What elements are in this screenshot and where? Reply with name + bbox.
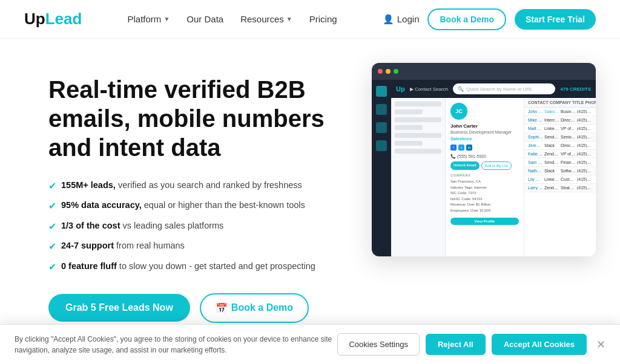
th-contact: CONTACT — [528, 100, 549, 105]
sidebar-icon — [376, 140, 387, 151]
hero-left: Real-time verified B2B emails, mobile nu… — [48, 69, 339, 354]
td-contact: Katie Cox — [528, 152, 543, 156]
cookie-text: By clicking "Accept All Cookies", you ag… — [15, 334, 337, 356]
td-title: Business Develo... — [561, 109, 576, 114]
twitter-icon: t — [458, 145, 464, 151]
td-phone: (415) 947-5549 — [577, 186, 592, 190]
nav-our-data[interactable]: Our Data — [186, 14, 223, 24]
close-cookie-button[interactable]: ✕ — [596, 339, 605, 350]
view-profile-button[interactable]: View Profile — [450, 218, 519, 225]
td-company: Intercom — [544, 118, 559, 122]
nav-right: 👤 Login Book a Demo Start Free Trial — [383, 8, 596, 30]
dashboard-container: Up ▶ Contact Search 🔍 Quick Search by Na… — [372, 63, 596, 256]
dash-content: JC John Carter Business Development Mana… — [391, 98, 596, 256]
nav-links: Platform ▼ Our Data Resources ▼ Pricing — [128, 14, 337, 24]
td-phone: (415) 837-8449 — [577, 160, 592, 164]
th-title: TITLE — [572, 100, 584, 105]
th-company: COMPANY — [550, 100, 571, 105]
avatar: JC — [450, 103, 467, 120]
filter-row — [395, 117, 441, 122]
list-item: ✔ 155M+ leads, verified as you search an… — [48, 179, 339, 193]
company-details: San Francisco, CA Industry Tags: Interne… — [450, 179, 519, 214]
cookies-settings-button[interactable]: Cookies Settings — [337, 333, 420, 356]
check-icon: ✔ — [48, 240, 56, 253]
list-item: ✔ 95% data accuracy, equal or higher tha… — [48, 199, 339, 213]
filter-row — [395, 133, 441, 138]
nav-pricing[interactable]: Pricing — [309, 14, 337, 24]
td-title: Software Enginee... — [561, 169, 576, 173]
add-to-list-button[interactable]: Add to My List — [481, 161, 512, 170]
filter-panel — [391, 98, 446, 256]
nav-resources[interactable]: Resources ▼ — [240, 14, 292, 24]
th-phone: PHONE — [585, 100, 596, 105]
td-contact: John Carter — [528, 109, 543, 114]
td-phone: (415) 529-7113 — [577, 118, 592, 122]
td-contact: Jeremy Matthews — [528, 143, 543, 148]
table-row: Sophia Moore SendGrid Senior Project Ma.… — [524, 133, 596, 141]
dash-topbar: Up ▶ Contact Search 🔍 Quick Search by Na… — [391, 80, 596, 98]
contact-actions: Unlock Email Add to My List — [450, 161, 519, 170]
contact-name: John Carter — [450, 123, 519, 129]
table-row: John Carter Salesforce Business Develo..… — [524, 108, 596, 116]
td-phone: (415) 869-4043 — [577, 177, 592, 181]
unlock-email-button[interactable]: Unlock Email — [450, 161, 480, 170]
reject-all-button[interactable]: Reject All — [426, 334, 486, 355]
list-item: ✔ 24-7 support from real humans — [48, 239, 339, 253]
book-demo-cta-button[interactable]: 📅 Book a Demo — [200, 293, 309, 323]
nav-platform[interactable]: Platform ▼ — [128, 14, 170, 24]
calendar-icon: 📅 — [216, 302, 228, 314]
company-label: Company — [450, 174, 519, 177]
table-row: Larry Norris Zendesk Strategic Account..… — [524, 184, 596, 192]
grab-leads-button[interactable]: Grab 5 Free Leads Now — [48, 294, 190, 322]
contact-phone: 📞 (555) 591-5920 — [450, 154, 519, 159]
table-row: Katie Cox Zendesk VP of Marketing (415) … — [524, 150, 596, 158]
dash-table: CONTACT COMPANY TITLE PHONE John Carter … — [524, 98, 596, 256]
td-company: Slack — [544, 169, 559, 173]
td-title: Senior Project Ma... — [561, 135, 576, 139]
hero-section: Real-time verified B2B emails, mobile nu… — [0, 39, 620, 364]
dash-minimize-dot — [386, 69, 391, 74]
dash-logo: Up — [396, 85, 405, 93]
logo-lead: Lead — [45, 10, 82, 28]
td-company: LinkedIn — [544, 126, 559, 131]
dash-header — [372, 63, 596, 80]
td-contact: Lily Moore — [528, 177, 543, 181]
td-company: Salesforce — [544, 109, 559, 114]
resources-chevron-icon: ▼ — [286, 16, 292, 22]
company-section: Company San Francisco, CA Industry Tags:… — [450, 174, 519, 214]
td-contact: Mike Warren — [528, 118, 543, 122]
td-phone: (415) 555-4992 — [577, 109, 592, 114]
dash-body: Up ▶ Contact Search 🔍 Quick Search by Na… — [372, 80, 596, 256]
check-icon: ✔ — [48, 180, 56, 193]
filter-row — [395, 102, 441, 106]
filter-row — [395, 149, 441, 154]
list-item: ✔ 0 feature fluff to slow you down - get… — [48, 260, 339, 274]
book-demo-button[interactable]: Book a Demo — [427, 8, 506, 30]
contact-detail-panel: JC John Carter Business Development Mana… — [446, 98, 524, 256]
td-company: Slack — [544, 143, 559, 148]
table-row: Matt Gannon LinkedIn VP of Customer S...… — [524, 125, 596, 133]
td-phone: (415) 769-8376 — [577, 169, 592, 173]
check-icon: ✔ — [48, 200, 56, 213]
td-phone: (415) 764-2334 — [577, 135, 592, 139]
table-row: Lily Moore LinkedIn Customer Success... … — [524, 175, 596, 184]
logo-up: Up — [24, 10, 45, 28]
td-company: SendGrid — [544, 160, 559, 164]
dash-search-bar[interactable]: 🔍 Quick Search by Name or URL — [453, 83, 555, 94]
accept-all-button[interactable]: Accept All Cookies — [492, 334, 587, 355]
td-title: Director of Remo... — [561, 118, 576, 122]
td-title: Financial Data Ac... — [561, 160, 576, 164]
dashboard-preview: Up ▶ Contact Search 🔍 Quick Search by Na… — [372, 63, 596, 256]
login-button[interactable]: 👤 Login — [383, 14, 420, 25]
hero-title: Real-time verified B2B emails, mobile nu… — [48, 75, 339, 162]
start-trial-button[interactable]: Start Free Trial — [515, 9, 596, 30]
brand-logo[interactable]: UpLead — [24, 10, 82, 28]
td-contact: Nathan Harper — [528, 169, 543, 173]
search-icon: 🔍 — [458, 86, 464, 92]
navbar: UpLead Platform ▼ Our Data Resources ▼ P… — [0, 0, 620, 39]
sidebar-icon — [376, 104, 387, 115]
dash-sidebar — [372, 80, 391, 256]
contact-company: Salesforce — [450, 137, 519, 141]
filter-row — [395, 141, 423, 146]
contact-title: Business Development Manager — [450, 130, 519, 134]
